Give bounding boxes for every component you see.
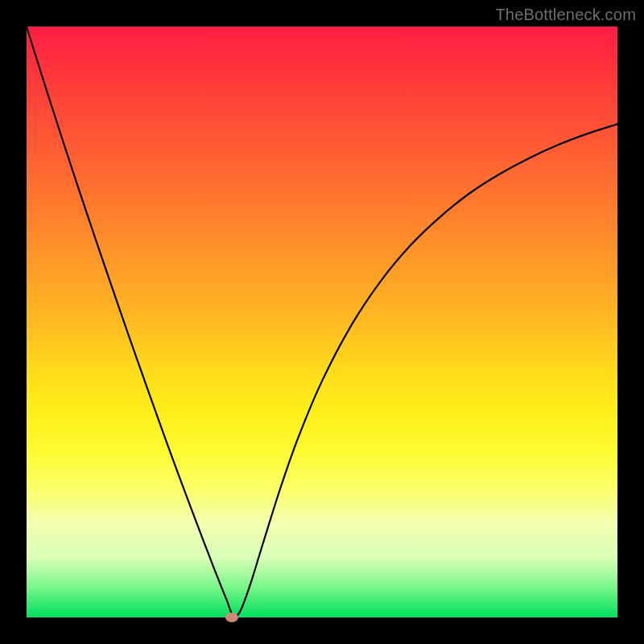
- bottleneck-curve: [27, 27, 617, 617]
- optimum-marker: [225, 613, 238, 622]
- chart-frame: TheBottleneck.com: [0, 0, 644, 644]
- watermark-text: TheBottleneck.com: [495, 6, 636, 24]
